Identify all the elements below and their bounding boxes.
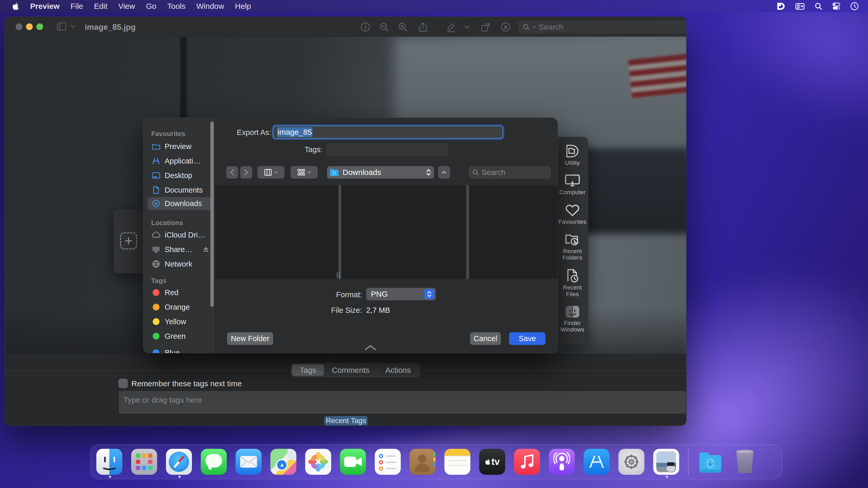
dock-finder-icon[interactable]	[96, 449, 122, 475]
sheet-search-field[interactable]: Search	[469, 166, 551, 178]
dock-mail-icon[interactable]	[236, 449, 261, 475]
dock-trash-icon[interactable]	[732, 449, 758, 475]
dock-app-store-icon[interactable]	[584, 449, 610, 475]
spotlight-search-icon[interactable]	[814, 2, 822, 10]
apple-logo-icon[interactable]	[12, 2, 19, 10]
zoom-button[interactable]	[36, 23, 43, 30]
tab-comments[interactable]: Comments	[324, 364, 377, 376]
sidebar-tag-yellow[interactable]: Yellow	[148, 315, 213, 328]
dock-facetime-icon[interactable]	[340, 449, 366, 475]
tab-actions[interactable]: Actions	[377, 364, 418, 376]
panel-item-computer[interactable]: Computer	[558, 174, 587, 195]
dock-maps-icon[interactable]	[270, 449, 296, 475]
view-mode-button[interactable]	[257, 166, 284, 178]
control-center-icon[interactable]	[832, 2, 840, 10]
format-label: Format:	[313, 290, 362, 299]
input-source-icon[interactable]	[795, 2, 805, 10]
zoom-in-icon[interactable]	[398, 22, 408, 33]
back-button[interactable]	[226, 166, 238, 178]
dock-reminders-icon[interactable]	[375, 449, 401, 475]
panel-item-utility[interactable]: Utility	[558, 144, 587, 166]
sidebar-tag-green[interactable]: Green	[148, 330, 213, 343]
computer-icon	[565, 174, 580, 187]
new-folder-button[interactable]: New Folder	[227, 332, 273, 345]
dock-launchpad-icon[interactable]	[131, 449, 157, 475]
dock-notes-icon[interactable]	[444, 449, 470, 475]
window-search-field[interactable]: Search	[519, 21, 686, 33]
dock-messages-icon[interactable]	[201, 449, 227, 475]
format-popup[interactable]: PNG	[366, 288, 436, 300]
dock-system-settings-icon[interactable]	[618, 449, 644, 475]
menu-help[interactable]: Help	[235, 2, 251, 11]
forward-button[interactable]	[240, 166, 252, 178]
info-icon[interactable]	[361, 22, 370, 33]
tags-field[interactable]	[327, 143, 448, 156]
rotate-icon[interactable]	[480, 22, 491, 33]
column-divider[interactable]	[338, 185, 341, 279]
column-divider[interactable]	[466, 185, 469, 279]
sidebar-tag-orange[interactable]: Orange	[148, 301, 213, 314]
menu-go[interactable]: Go	[146, 2, 156, 11]
sheet-collapse-chevron-icon[interactable]	[365, 345, 376, 352]
dock-photos-icon[interactable]	[305, 449, 331, 475]
file-column-browser[interactable]: ||	[215, 185, 558, 279]
sidebar-tag-red[interactable]: Red	[148, 286, 213, 299]
panel-item-finder-windows[interactable]: Finder Windows	[558, 305, 587, 333]
recent-tags-button[interactable]: Recent Tags	[324, 416, 368, 425]
zoom-out-icon[interactable]	[379, 22, 389, 33]
add-favourite-drop-target[interactable]	[120, 232, 137, 250]
markup-pencil-icon[interactable]	[446, 22, 456, 33]
annotate-icon[interactable]	[501, 22, 510, 33]
location-value: Downloads	[343, 168, 381, 177]
chevron-down-icon[interactable]	[464, 25, 470, 30]
tag-color-dot	[152, 318, 160, 325]
column-resize-handle-icon[interactable]: ||	[336, 271, 341, 278]
dock-preview-icon[interactable]	[653, 449, 679, 475]
minimize-button[interactable]	[26, 23, 33, 30]
sidebar-item-shared[interactable]: Share…	[148, 243, 213, 256]
collapse-browser-button[interactable]	[438, 166, 450, 178]
dock-utility-menu-icon[interactable]	[777, 2, 785, 10]
cancel-button[interactable]: Cancel	[470, 332, 501, 345]
eject-icon[interactable]	[203, 245, 209, 254]
menu-view[interactable]: View	[118, 2, 135, 11]
close-button[interactable]	[16, 23, 22, 30]
tags-input-field[interactable]: Type or drag tags here	[119, 391, 686, 414]
sidebar-tag-blue[interactable]: Blue	[148, 346, 213, 353]
menu-file[interactable]: File	[70, 2, 83, 11]
save-button[interactable]: Save	[509, 332, 546, 345]
panel-item-recent-files[interactable]: Recent Files	[558, 269, 587, 297]
menu-tools[interactable]: Tools	[167, 2, 185, 11]
group-button[interactable]	[291, 166, 318, 178]
chevron-down-icon[interactable]	[70, 25, 76, 29]
filename-field[interactable]: image_85	[273, 126, 503, 139]
panel-item-favourites[interactable]: Favourites	[558, 203, 587, 225]
dock-apple-tv-icon[interactable]: tv	[479, 449, 505, 475]
menu-edit[interactable]: Edit	[94, 2, 107, 11]
sidebar-item-network[interactable]: Network	[148, 258, 213, 270]
sidebar-item-icloud[interactable]: iCloud Dri…	[148, 228, 213, 241]
popup-stepper-icon	[424, 289, 434, 299]
sidebar-item-preview[interactable]: Preview	[148, 140, 213, 153]
menu-window[interactable]: Window	[196, 2, 224, 11]
sidebar-item-documents[interactable]: Documents	[148, 184, 213, 196]
panel-item-recent-folders[interactable]: Recent Folders	[558, 233, 587, 261]
sidebar-scrollbar[interactable]	[210, 122, 214, 307]
location-popup[interactable]: Downloads	[327, 166, 434, 178]
dock-podcasts-icon[interactable]	[549, 449, 575, 475]
menu-app-name[interactable]: Preview	[30, 2, 60, 11]
tag-color-dot	[152, 304, 160, 311]
clock-menu-icon[interactable]	[850, 2, 859, 10]
dock-music-icon[interactable]	[514, 449, 540, 475]
sheet-toolbar: Downloads Search	[143, 166, 558, 178]
dock-contacts-icon[interactable]	[410, 449, 436, 475]
remember-tags-checkbox[interactable]	[118, 379, 128, 388]
sidebar-toggle-icon[interactable]	[57, 22, 66, 32]
tv-label: tv	[491, 456, 500, 467]
tab-tags[interactable]: Tags	[292, 364, 324, 376]
sidebar-item-downloads[interactable]: Downloads	[148, 197, 213, 210]
sidebar-item-applications[interactable]: Applicati…	[148, 155, 213, 167]
share-icon[interactable]	[418, 22, 428, 33]
dock-safari-icon[interactable]	[166, 449, 192, 475]
dock-downloads-stack-icon[interactable]	[698, 449, 723, 475]
